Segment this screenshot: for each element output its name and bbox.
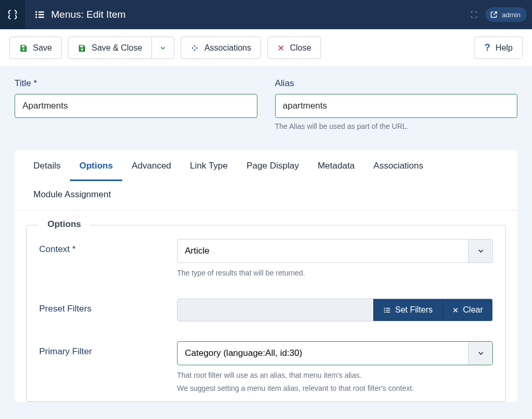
primary-filter-desc1: That root filter will use as an alias, t… [177, 369, 493, 381]
preset-filters-control: Set Filters Clear [177, 298, 493, 321]
primary-filter-row: Primary Filter Category (language:All, i… [27, 328, 505, 400]
options-legend: Options [38, 219, 90, 230]
set-filters-label: Set Filters [395, 305, 433, 315]
help-button[interactable]: ? Help [475, 37, 523, 59]
clear-button[interactable]: Clear [442, 299, 492, 321]
tab-associations[interactable]: Associations [364, 152, 432, 181]
primary-filter-label: Primary Filter [39, 341, 164, 394]
svg-point-8 [384, 309, 385, 310]
context-label: Context * [39, 239, 164, 279]
svg-point-2 [36, 14, 37, 15]
alias-label: Alias [275, 78, 518, 89]
svg-rect-3 [39, 14, 44, 16]
context-select[interactable]: Article [177, 239, 493, 263]
tab-options[interactable]: Options [70, 152, 122, 181]
save-icon [78, 44, 86, 52]
svg-rect-11 [386, 312, 390, 313]
user-menu[interactable]: admin [486, 7, 527, 22]
chevron-down-icon [159, 44, 167, 52]
save-close-dropdown[interactable] [151, 37, 174, 59]
tab-page-display[interactable]: Page Display [237, 152, 308, 181]
help-label: Help [495, 43, 513, 53]
joomla-logo[interactable] [0, 0, 25, 29]
svg-point-0 [36, 11, 37, 13]
tab-module-assignment[interactable]: Module Assignment [24, 181, 120, 210]
close-icon [452, 307, 459, 314]
alias-description: The Alias will be used as part of the UR… [275, 122, 518, 130]
primary-filter-value: Category (language:All, id:30) [178, 342, 468, 365]
help-icon: ? [484, 42, 490, 53]
svg-point-10 [384, 312, 385, 313]
alias-input[interactable] [275, 94, 518, 118]
list-icon [383, 306, 391, 314]
list-icon [34, 9, 45, 20]
associations-label: Associations [204, 43, 251, 53]
toolbar: Save Save & Close Associations Close ? H… [0, 29, 532, 67]
clear-label: Clear [463, 305, 483, 315]
preset-filters-input[interactable] [178, 299, 373, 321]
close-icon [277, 44, 285, 52]
tab-details[interactable]: Details [24, 152, 70, 181]
context-value: Article [178, 240, 468, 262]
svg-rect-1 [39, 11, 44, 13]
external-link-icon [490, 10, 498, 19]
save-label: Save [33, 43, 52, 53]
context-description: The type of results that will be returne… [177, 267, 493, 279]
topbar: Menus: Edit Item admin [0, 0, 532, 29]
tab-link-type[interactable]: Link Type [181, 152, 237, 181]
save-close-label: Save & Close [91, 43, 142, 53]
tabs: Details Options Advanced Link Type Page … [15, 152, 517, 210]
chevron-down-icon [468, 240, 492, 262]
joomla-small-icon[interactable] [470, 10, 478, 19]
preset-filters-label: Preset Filters [39, 298, 164, 321]
associations-icon [191, 44, 199, 52]
primary-filter-desc2: We suggest setting a menu item alias, re… [177, 382, 493, 394]
svg-point-6 [384, 308, 385, 309]
title-label: Title * [15, 78, 257, 89]
svg-point-4 [36, 16, 37, 18]
svg-rect-9 [386, 310, 390, 311]
save-close-group: Save & Close [68, 37, 174, 59]
chevron-down-icon [468, 342, 492, 365]
title-input[interactable] [15, 94, 257, 118]
associations-button[interactable]: Associations [181, 37, 261, 59]
primary-filter-select[interactable]: Category (language:All, id:30) [177, 341, 493, 365]
page-title-area: Menus: Edit Item [25, 9, 126, 20]
form-header: Title * Alias The Alias will be used as … [0, 67, 532, 136]
save-button[interactable]: Save [9, 37, 62, 59]
close-button[interactable]: Close [267, 37, 321, 59]
set-filters-button[interactable]: Set Filters [373, 299, 442, 321]
svg-rect-7 [386, 308, 390, 309]
title-field: Title * [15, 78, 257, 130]
main-card: Details Options Advanced Link Type Page … [15, 150, 517, 402]
admin-label: admin [502, 11, 521, 19]
svg-rect-5 [39, 17, 44, 18]
alias-field: Alias The Alias will be used as part of … [275, 78, 518, 130]
save-icon [19, 44, 28, 52]
context-row: Context * Article The type of results th… [27, 225, 505, 285]
tab-metadata[interactable]: Metadata [308, 152, 364, 181]
options-fieldset: Options Context * Article The type of re… [26, 225, 506, 402]
tab-advanced[interactable]: Advanced [122, 152, 181, 181]
page-title: Menus: Edit Item [51, 9, 126, 20]
save-close-button[interactable]: Save & Close [68, 37, 151, 59]
preset-filters-row: Preset Filters Set Filters Clear [27, 285, 505, 328]
close-label: Close [290, 43, 311, 53]
